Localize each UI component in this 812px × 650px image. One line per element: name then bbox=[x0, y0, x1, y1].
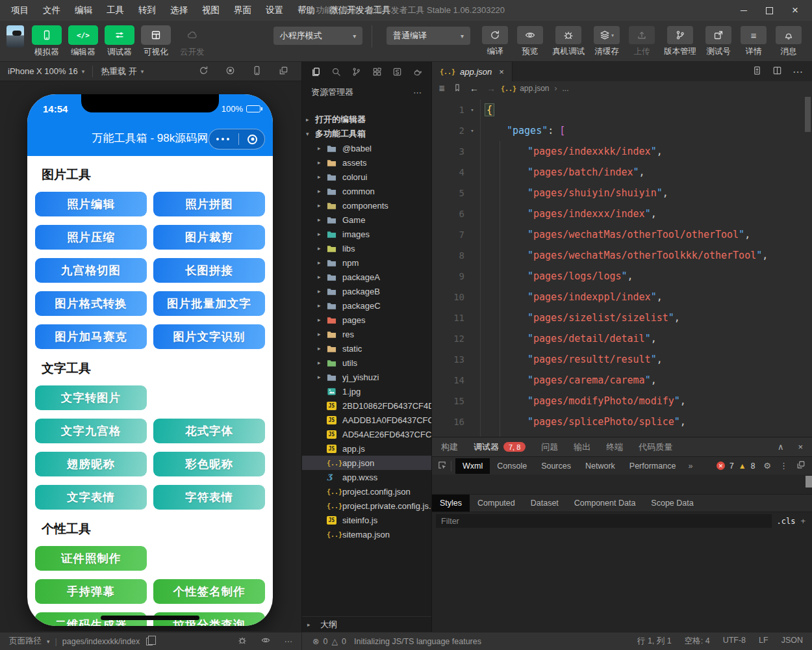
forward-icon[interactable]: → bbox=[487, 83, 496, 94]
tool-button-花式字体[interactable]: 花式字体 bbox=[153, 419, 265, 443]
minimize-button[interactable]: ─ bbox=[739, 5, 749, 16]
fold-icon[interactable]: ▾ bbox=[464, 107, 480, 113]
tree-item-app.js[interactable]: JSapp.js bbox=[302, 441, 431, 456]
debug-tab-输出[interactable]: 输出 bbox=[574, 441, 590, 453]
tree-item-packageB[interactable]: ▸packageB bbox=[302, 284, 431, 298]
tree-item-libs[interactable]: ▸libs bbox=[302, 241, 431, 255]
errors-icon[interactable]: ⊗ bbox=[312, 636, 319, 646]
tab-close-icon[interactable]: × bbox=[499, 67, 504, 77]
outline-section[interactable]: ▸ 大纲 bbox=[302, 616, 431, 632]
menu-item-文件[interactable]: 文件 bbox=[37, 2, 66, 19]
toolbar-button-消息[interactable]: 消息 bbox=[776, 26, 802, 57]
bookmark-icon[interactable] bbox=[453, 83, 462, 94]
tool-button-照片拼图[interactable]: 照片拼图 bbox=[153, 192, 265, 216]
toolbar-button-清缓存[interactable]: ▾清缓存 bbox=[594, 26, 620, 57]
tree-item-app.wxss[interactable]: Ʒapp.wxss bbox=[302, 470, 431, 484]
status-item[interactable]: 行 1, 列 1 bbox=[637, 636, 672, 647]
tree-item-pages[interactable]: ▸pages bbox=[302, 313, 431, 327]
collapse-panel-icon[interactable]: ∧ bbox=[778, 442, 784, 452]
tree-item-Game[interactable]: ▸Game bbox=[302, 213, 431, 227]
exit-target-icon[interactable] bbox=[247, 135, 257, 144]
tree-item-utils[interactable]: ▸utils bbox=[302, 356, 431, 370]
tool-button-图片裁剪[interactable]: 图片裁剪 bbox=[153, 225, 265, 250]
page-path-label[interactable]: 页面路径 bbox=[9, 636, 42, 647]
tool-button-彩色昵称[interactable]: 彩色昵称 bbox=[153, 452, 265, 476]
close-panel-icon[interactable]: × bbox=[798, 442, 803, 452]
tree-item-app.json[interactable]: {..}app.json bbox=[302, 456, 431, 470]
tool-button-文字九宫格[interactable]: 文字九宫格 bbox=[35, 419, 147, 443]
more-actions-icon[interactable]: ⋯ bbox=[793, 66, 803, 78]
tree-item-2BD10862FD6437CF4D...[interactable]: JS2BD10862FD6437CF4D... bbox=[302, 398, 431, 413]
tree-item-AD54AE26FD6437CFC...[interactable]: JSAD54AE26FD6437CFC... bbox=[302, 427, 431, 441]
device-select[interactable]: iPhone X 100% 16 ▾ bbox=[0, 62, 92, 81]
debug-tab-代码质量[interactable]: 代码质量 bbox=[639, 441, 672, 453]
debug-tab-终端[interactable]: 终端 bbox=[606, 441, 623, 453]
kebab-menu-icon[interactable]: ⋮ bbox=[780, 461, 788, 471]
more-actions-icon[interactable]: ⋯ bbox=[413, 88, 422, 98]
toolbar-button-测试号[interactable]: 测试号 bbox=[705, 26, 731, 57]
styles-tab-Dataset[interactable]: Dataset bbox=[523, 495, 566, 512]
status-item[interactable]: 空格: 4 bbox=[685, 636, 710, 647]
tree-item-project.config.json[interactable]: {..}project.config.json bbox=[302, 484, 431, 499]
devtools-tab-Console[interactable]: Console bbox=[490, 458, 534, 474]
maximize-button[interactable] bbox=[766, 7, 773, 14]
tool-button-图片加马赛克[interactable]: 图片加马赛克 bbox=[35, 324, 147, 349]
restart-icon[interactable] bbox=[199, 66, 209, 77]
tab-app-json[interactable]: {..} app.json × bbox=[432, 62, 513, 81]
tree-item-res[interactable]: ▸res bbox=[302, 327, 431, 341]
compile-mode-select[interactable]: 普通编译 ▾ bbox=[387, 27, 470, 45]
back-icon[interactable]: ← bbox=[470, 83, 479, 94]
tree-item-@babel[interactable]: ▸@babel bbox=[302, 141, 431, 155]
files-icon[interactable] bbox=[311, 67, 321, 77]
tree-item-common[interactable]: ▸common bbox=[302, 184, 431, 198]
storage-icon[interactable] bbox=[392, 67, 402, 77]
tree-item-static[interactable]: ▸static bbox=[302, 341, 431, 356]
status-item[interactable]: UTF-8 bbox=[723, 636, 746, 647]
tool-button-长图拼接[interactable]: 长图拼接 bbox=[153, 258, 265, 283]
inspect-element-icon[interactable] bbox=[437, 460, 447, 472]
copy-icon[interactable] bbox=[146, 638, 153, 645]
tree-item-打开的编辑器[interactable]: ▸打开的编辑器 bbox=[302, 112, 431, 127]
split-editor-icon[interactable] bbox=[772, 66, 782, 78]
stop-icon[interactable] bbox=[225, 66, 235, 77]
tree-item-npm[interactable]: ▸npm bbox=[302, 255, 431, 270]
user-avatar[interactable] bbox=[6, 25, 24, 47]
tree-item-colorui[interactable]: ▸colorui bbox=[302, 170, 431, 184]
styles-tab-Computed[interactable]: Computed bbox=[470, 495, 523, 512]
menu-item-项目[interactable]: 项目 bbox=[5, 2, 34, 19]
appearance-icon[interactable] bbox=[412, 67, 422, 77]
outline-icon[interactable]: ≣ bbox=[438, 84, 445, 93]
tool-button-手持弹幕[interactable]: 手持弹幕 bbox=[35, 579, 147, 604]
tree-item-siteinfo.js[interactable]: JSsiteinfo.js bbox=[302, 513, 431, 527]
tool-button-图片格式转换[interactable]: 图片格式转换 bbox=[35, 291, 147, 316]
devtools-tab-Performance[interactable]: Performance bbox=[622, 458, 683, 474]
device-frame-icon[interactable] bbox=[252, 66, 262, 77]
elements-scrollbar[interactable] bbox=[806, 476, 812, 488]
devtools-tab-Network[interactable]: Network bbox=[578, 458, 622, 474]
styles-tab-Styles[interactable]: Styles bbox=[432, 495, 470, 512]
toolbar-button-调试器[interactable]: 调试器 bbox=[105, 25, 134, 58]
breadcrumb-file[interactable]: {..} app.json bbox=[501, 84, 549, 93]
preview-page-icon[interactable] bbox=[261, 636, 270, 647]
tool-button-翅膀昵称[interactable]: 翅膀昵称 bbox=[35, 452, 147, 476]
hot-reload-toggle[interactable]: 热重载 开 ▾ bbox=[93, 62, 151, 81]
tree-item-components[interactable]: ▸components bbox=[302, 198, 431, 213]
menu-item-选择[interactable]: 选择 bbox=[164, 2, 194, 19]
fold-icon[interactable]: ▾ bbox=[464, 127, 480, 134]
menu-item-设置[interactable]: 设置 bbox=[260, 2, 289, 19]
menu-item-编辑[interactable]: 编辑 bbox=[69, 2, 98, 19]
toolbar-button-预览[interactable]: 预览 bbox=[517, 26, 543, 57]
tree-item-assets[interactable]: ▸assets bbox=[302, 155, 431, 170]
tool-button-照片编辑[interactable]: 照片编辑 bbox=[35, 192, 147, 216]
tool-button-照片压缩[interactable]: 照片压缩 bbox=[35, 225, 147, 250]
debug-page-icon[interactable] bbox=[238, 636, 247, 647]
toolbar-button-编辑器[interactable]: </>编辑器 bbox=[68, 25, 98, 58]
extensions-icon[interactable] bbox=[372, 67, 382, 77]
tree-item-packageA[interactable]: ▸packageA bbox=[302, 270, 431, 284]
tree-item-AADDB1A0FD6437CFC...[interactable]: JSAADDB1A0FD6437CFC... bbox=[302, 413, 431, 427]
tool-button-证件照制作[interactable]: 证件照制作 bbox=[35, 546, 147, 571]
tool-button-图片批量加文字[interactable]: 图片批量加文字 bbox=[153, 291, 265, 316]
toolbar-button-模拟器[interactable]: 模拟器 bbox=[32, 25, 62, 58]
menu-item-转到[interactable]: 转到 bbox=[133, 2, 162, 19]
devtools-tab-Sources[interactable]: Sources bbox=[534, 458, 578, 474]
